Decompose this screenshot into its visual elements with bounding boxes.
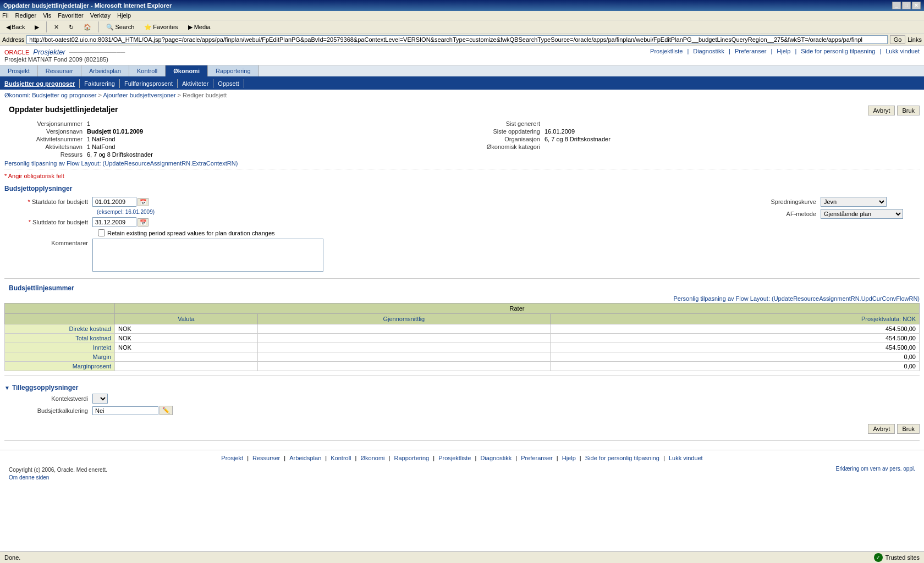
footer-prosjekt[interactable]: Prosjekt <box>221 455 243 461</box>
personlig-tilpasning-link[interactable]: Side for personlig tilpasning <box>801 48 875 54</box>
sluttdato-calendar[interactable]: 📅 <box>138 218 148 227</box>
footer-hjelp[interactable]: Hjelp <box>562 455 576 461</box>
subnav-budsjetter[interactable]: Budsjetter og prognoser <box>4 79 80 88</box>
diagnostikk-link[interactable]: Diagnostikk <box>693 48 724 54</box>
form-info-right: Sist generert Siste oppdatering 16.01.20… <box>462 120 920 159</box>
row-margin-gjennomsnittlig <box>257 352 550 362</box>
subnav-fakturering[interactable]: Fakturering <box>80 79 120 88</box>
subnav-fullforingsprosent[interactable]: Fullføringsprosent <box>120 79 178 88</box>
versjonsnummer-value: 1 <box>87 120 90 127</box>
startdato-input[interactable] <box>92 197 136 207</box>
product-name: Prosjekter <box>33 48 65 56</box>
maximize-btn[interactable]: □ <box>902 2 911 9</box>
prosjektliste-link[interactable]: Prosjektliste <box>650 48 683 54</box>
menu-favorites[interactable]: Favoritter <box>58 12 83 19</box>
menu-help[interactable]: Hjelp <box>117 12 131 19</box>
bottom-avbryt-button[interactable]: Avbryt <box>868 424 895 434</box>
footer-rapportering[interactable]: Rapportering <box>394 455 430 461</box>
breadcrumb-link-2[interactable]: Ajourføer budsjettversjoner <box>103 92 175 98</box>
breadcrumb-link-1[interactable]: Økonomi: Budsjetter og prognoser <box>4 92 97 98</box>
search-button[interactable]: 🔍 Search <box>102 22 138 32</box>
linjesummer-flow-link[interactable]: Personlig tilpasning av Flow Layout: (Up… <box>673 295 920 302</box>
row-marginprosent-label: Marginprosent <box>5 362 115 371</box>
kommentarer-row: Kommentarer <box>4 239 744 272</box>
sluttdato-row: * Sluttdato for budsjett 📅 <box>4 217 744 227</box>
row-margin-prosjektvaluta: 0,00 <box>550 352 919 362</box>
footer-privacy-link[interactable]: Erklæring om vern av pers. oppl. <box>835 466 915 472</box>
tab-kontroll[interactable]: Kontroll <box>129 65 166 76</box>
refresh-button[interactable]: ↻ <box>65 22 78 32</box>
footer-prosjektliste[interactable]: Prosjektliste <box>438 455 471 461</box>
subnav-aktiviteter[interactable]: Aktiviteter <box>178 79 213 88</box>
retain-checkbox[interactable] <box>98 229 105 236</box>
footer-okonomi[interactable]: Økonomi <box>361 455 385 461</box>
home-button[interactable]: 🏠 <box>80 22 95 32</box>
minimize-btn[interactable]: _ <box>892 2 901 9</box>
kommentarer-textarea[interactable] <box>92 239 323 272</box>
organisasjon-value: 6, 7 og 8 Driftskostnader <box>544 136 610 142</box>
kontekstverdi-select[interactable] <box>92 394 108 404</box>
window-title: Oppdater budsjettlinjedetaljer - Microso… <box>3 2 172 9</box>
tillegg-section: ▼ Tilleggsopplysninger <box>0 380 924 394</box>
footer-preferanser[interactable]: Preferanser <box>521 455 552 461</box>
media-button[interactable]: ▶ Media <box>184 22 215 32</box>
footer-ressurser[interactable]: Ressurser <box>252 455 280 461</box>
bottom-bruk-button[interactable]: Bruk <box>897 424 920 434</box>
subnav-oppsett[interactable]: Oppsett <box>213 79 244 88</box>
lukk-vinduet-link[interactable]: Lukk vinduet <box>886 48 920 54</box>
budsjettkalkulering-edit-btn[interactable]: ✏️ <box>160 406 173 415</box>
menu-edit[interactable]: Rediger <box>15 12 37 19</box>
personal-tilpasning-link[interactable]: Personlig tilpasning av Flow Layout: (Up… <box>0 159 924 168</box>
footer-lukk[interactable]: Lukk vinduet <box>669 455 703 461</box>
siste-oppdatering-label: Siste oppdatering <box>462 128 544 135</box>
menu-file[interactable]: Fil <box>2 12 9 19</box>
budsjettkalkulering-input[interactable] <box>92 406 158 415</box>
ressurs-value: 6, 7 og 8 Driftskostnader <box>87 151 153 158</box>
spredningskurve-select[interactable]: Jevn Manuel <box>821 197 887 207</box>
sist-generert-row: Sist generert <box>462 120 920 127</box>
footer-arbeidsplan[interactable]: Arbeidsplan <box>289 455 321 461</box>
row-total-gjennomsnittlig <box>257 334 550 343</box>
forward-button[interactable]: ▶ <box>31 22 43 32</box>
kontekstverdi-row: Kontekstverdi <box>0 394 924 404</box>
af-metode-select[interactable]: Gjenstående plan Andre <box>821 209 903 219</box>
versjonsnummer-label: Versjonsnummer <box>4 120 87 127</box>
top-bruk-button[interactable]: Bruk <box>897 106 920 115</box>
sluttdato-input[interactable] <box>92 217 136 227</box>
th-valuta: Valuta <box>115 314 258 324</box>
tab-ressurser[interactable]: Ressurser <box>38 65 81 76</box>
footer-om-siden[interactable]: Om denne siden <box>4 474 49 481</box>
tillegg-header[interactable]: ▼ Tilleggsopplysninger <box>4 384 920 391</box>
favorites-button[interactable]: ⭐ Favorites <box>140 22 182 32</box>
tab-rapportering[interactable]: Rapportering <box>208 65 259 76</box>
menu-tools[interactable]: Verktøy <box>90 12 111 19</box>
tab-arbeidsplan[interactable]: Arbeidsplan <box>81 65 129 76</box>
hjelp-link[interactable]: Hjelp <box>777 48 790 54</box>
retain-label: Retain existing period spread values for… <box>107 230 275 236</box>
project-name: Prosjekt MATNAT Fond 2009 (802185) <box>4 56 125 63</box>
close-btn[interactable]: ✕ <box>912 2 921 9</box>
footer-personlig[interactable]: Side for personlig tilpasning <box>585 455 659 461</box>
startdato-row: * Startdato for budsjett 📅 (eksempel: 16… <box>4 197 744 207</box>
address-input[interactable] <box>26 35 887 44</box>
preferanser-link[interactable]: Preferanser <box>735 48 766 54</box>
sub-nav: Budsjetter og prognoser Fakturering Full… <box>0 78 924 90</box>
stop-button[interactable]: ✕ <box>50 22 63 32</box>
footer-kontroll[interactable]: Kontroll <box>331 455 351 461</box>
main-content: ORACLE Prosjekter ───────────── Prosjekt… <box>0 46 924 540</box>
th-row-label <box>5 314 115 324</box>
footer-diagnostikk[interactable]: Diagnostikk <box>480 455 512 461</box>
window-controls: _ □ ✕ <box>892 2 921 9</box>
okonomisk-kategori-label: Økonomisk kategori <box>462 143 544 150</box>
tab-okonomi[interactable]: Økonomi <box>166 65 208 76</box>
links-label: Links <box>908 36 922 43</box>
form-info-left: Versjonsnummer 1 Versjonsnavn Budsjett 0… <box>4 120 462 159</box>
startdato-calendar[interactable]: 📅 <box>138 198 148 206</box>
toggle-icon: ▼ <box>4 385 10 391</box>
table-row: Direkte kostnad NOK 454.500,00 <box>5 324 920 334</box>
go-button[interactable]: Go <box>890 35 906 44</box>
tab-prosjekt[interactable]: Prosjekt <box>0 65 38 76</box>
menu-view[interactable]: Vis <box>43 12 51 19</box>
top-avbryt-button[interactable]: Avbryt <box>868 106 895 115</box>
back-button[interactable]: ◀ Back <box>2 22 29 32</box>
